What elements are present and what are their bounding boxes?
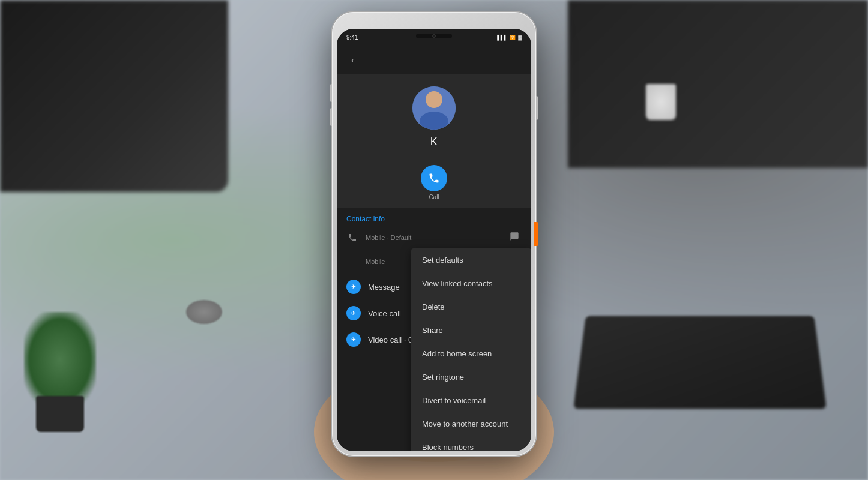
phone-holder: 9:41 ▌▌▌ 🛜 ▓ ← bbox=[332, 0, 536, 480]
power-button[interactable] bbox=[536, 96, 538, 120]
signal-icon: ▌▌▌ bbox=[497, 35, 507, 40]
coffee-cup bbox=[646, 84, 676, 120]
telegram-icon-video: ✈ bbox=[346, 332, 361, 347]
telegram-icon-voice: ✈ bbox=[346, 306, 361, 320]
dropdown-menu: Set defaults View linked contacts Delete… bbox=[411, 248, 531, 451]
volume-up-button[interactable] bbox=[330, 84, 332, 102]
menu-divert-voicemail[interactable]: Divert to voicemail bbox=[411, 389, 531, 412]
telegram-voice-label: Voice call bbox=[368, 309, 401, 318]
call-button-circle[interactable] bbox=[421, 165, 447, 191]
contact-info-area: Contact info Mobile · Default bbox=[337, 208, 531, 451]
sms-icon-1[interactable] bbox=[510, 232, 522, 244]
volume-down-button[interactable] bbox=[330, 108, 332, 126]
phone-row-2-icon bbox=[346, 256, 358, 268]
telegram-message-label: Message bbox=[368, 283, 400, 292]
status-icons: ▌▌▌ 🛜 ▓ bbox=[497, 35, 522, 40]
menu-set-defaults[interactable]: Set defaults bbox=[411, 248, 531, 272]
wifi-icon: 🛜 bbox=[510, 35, 516, 40]
call-action[interactable]: Call bbox=[421, 165, 447, 200]
menu-view-linked-contacts[interactable]: View linked contacts bbox=[411, 272, 531, 295]
status-time: 9:41 bbox=[346, 34, 358, 41]
screen-content: 9:41 ▌▌▌ 🛜 ▓ ← bbox=[337, 29, 531, 451]
phone-row-icon bbox=[346, 232, 358, 244]
app-bar: ← bbox=[337, 46, 531, 74]
keyboard bbox=[573, 316, 827, 409]
notification-indicator bbox=[534, 222, 538, 246]
telegram-icon-message: ✈ bbox=[346, 280, 361, 294]
menu-share[interactable]: Share bbox=[411, 319, 531, 342]
section-label: Contact info bbox=[337, 208, 531, 226]
phone-icon bbox=[428, 172, 440, 184]
menu-set-ringtone[interactable]: Set ringtone bbox=[411, 365, 531, 389]
stone-decoration bbox=[186, 300, 222, 324]
phone-row-1[interactable]: Mobile · Default bbox=[337, 226, 531, 250]
menu-move-account[interactable]: Move to another account bbox=[411, 412, 531, 436]
phone-screen: 9:41 ▌▌▌ 🛜 ▓ ← bbox=[337, 29, 531, 451]
camera-lens bbox=[432, 34, 436, 38]
battery-icon: ▓ bbox=[518, 35, 522, 40]
plant-decoration bbox=[24, 312, 96, 432]
menu-add-to-home-screen[interactable]: Add to home screen bbox=[411, 342, 531, 365]
plant-leaves bbox=[24, 312, 96, 408]
contact-header: K bbox=[337, 74, 531, 158]
monitor-right bbox=[568, 0, 868, 168]
action-row: Call bbox=[337, 158, 531, 208]
phone-row-1-text: Mobile · Default bbox=[366, 234, 502, 241]
back-button[interactable]: ← bbox=[344, 49, 366, 72]
phone-row-1-sub: Mobile · Default bbox=[366, 234, 502, 241]
menu-block-numbers[interactable]: Block numbers bbox=[411, 436, 531, 451]
monitor-left bbox=[0, 0, 228, 192]
call-label: Call bbox=[429, 194, 439, 200]
svg-point-9 bbox=[426, 91, 442, 108]
phone-frame: 9:41 ▌▌▌ 🛜 ▓ ← bbox=[332, 12, 536, 456]
avatar bbox=[412, 86, 456, 130]
plant-pot bbox=[36, 396, 84, 432]
contact-name: K bbox=[430, 136, 438, 148]
camera-notch bbox=[416, 34, 452, 38]
menu-delete[interactable]: Delete bbox=[411, 295, 531, 319]
